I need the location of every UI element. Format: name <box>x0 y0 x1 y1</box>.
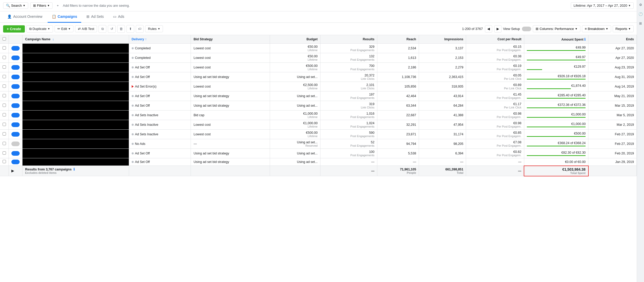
row-checkbox[interactable] <box>3 56 6 59</box>
row-checkbox[interactable] <box>3 123 6 126</box>
row-checkbox[interactable] <box>3 160 6 163</box>
pagination: 1-200 of 3767 ◀ ▶ <box>462 25 501 33</box>
delete-button[interactable]: 🗑 <box>117 25 125 33</box>
row-toggle-cell[interactable] <box>9 120 23 130</box>
footer-reach-value: 71,961,105 <box>380 168 416 171</box>
row-toggle-cell[interactable] <box>9 130 23 139</box>
row-checkbox[interactable] <box>3 65 6 69</box>
row-checkbox-cell[interactable] <box>0 101 9 111</box>
row-checkbox[interactable] <box>3 46 6 50</box>
pagination-text: 1-200 of 3767 <box>462 27 483 31</box>
header-results[interactable]: Results <box>320 35 377 44</box>
header-delivery[interactable]: Delivery ↑ <box>129 35 191 44</box>
row-checkbox[interactable] <box>3 75 6 78</box>
row-toggle-cell[interactable] <box>9 149 23 158</box>
header-impressions[interactable]: Impressions <box>419 35 466 44</box>
row-checkbox[interactable] <box>3 132 6 136</box>
row-checkbox-cell[interactable] <box>0 149 9 158</box>
header-cost-per-result[interactable]: Cost per Result <box>466 35 524 44</box>
header-amount-spent[interactable]: Amount Spent ℹ <box>524 35 588 44</box>
row-cost-per-result: €0.15 Per Post Engagem. <box>466 44 524 53</box>
copy-button[interactable]: ⧉ <box>99 25 106 33</box>
row-checkbox-cell[interactable] <box>0 44 9 53</box>
select-all-checkbox[interactable] <box>3 37 6 41</box>
tab-ad-sets[interactable]: ⊞ Ad Sets <box>82 11 108 23</box>
ab-test-button[interactable]: ⇄ A/B Test <box>75 25 97 32</box>
row-checkbox-cell[interactable] <box>0 72 9 82</box>
expand-icon[interactable]: ▶ <box>11 169 14 173</box>
row-checkbox-cell[interactable] <box>0 82 9 91</box>
row-checkbox[interactable] <box>3 84 6 88</box>
edit-button[interactable]: ✏ Edit ▼ <box>55 25 73 32</box>
next-icon: ▶ <box>497 27 499 31</box>
prev-page-button[interactable]: ◀ <box>485 25 492 33</box>
tab-account-overview[interactable]: 👤 Account Overview <box>3 11 47 23</box>
row-toggle-cell[interactable] <box>9 44 23 53</box>
row-checkbox-cell[interactable] <box>0 120 9 130</box>
row-delivery: Ad Set Off <box>129 91 191 101</box>
row-checkbox-cell[interactable] <box>0 91 9 101</box>
columns-button[interactable]: ⊞ Columns: Performance ▼ <box>533 25 580 32</box>
row-toggle-cell[interactable] <box>9 101 23 111</box>
row-checkbox-cell[interactable] <box>0 111 9 120</box>
account-icon: 👤 <box>7 14 12 19</box>
row-bid-strategy: Using ad set bid strategy <box>191 158 270 166</box>
row-budget: Using ad set... <box>270 72 320 82</box>
view-setup-toggle[interactable] <box>522 27 531 31</box>
row-ends: Apr 27, 2020 <box>588 53 637 63</box>
row-checkbox-cell[interactable] <box>0 63 9 72</box>
row-checkbox-cell[interactable] <box>0 53 9 63</box>
add-filter-button[interactable]: + <box>55 3 61 9</box>
search-button[interactable]: 🔍 Search ▼ <box>3 2 28 9</box>
delivery-status-text: Ad Set Off <box>135 94 150 98</box>
row-toggle-cell[interactable] <box>9 111 23 120</box>
date-range-selector[interactable]: Lifetime: Apr 7, 2017 – Apr 27, 2020 ▼ <box>571 2 634 9</box>
row-impressions: 2,279 <box>419 63 466 72</box>
header-checkbox[interactable] <box>0 35 9 44</box>
footer-bid-strategy <box>191 166 270 176</box>
row-checkbox[interactable] <box>3 113 6 116</box>
top-bar: 🔍 Search ▼ ⊞ Filters ▼ + Add filters to … <box>0 0 637 11</box>
header-campaign-name[interactable]: Campaign Name ↓ <box>23 35 129 44</box>
duplicate-button[interactable]: ⧉ Duplicate ▼ <box>26 25 53 33</box>
footer-total-spent: €1,503,984.38 Total Spent <box>524 166 588 176</box>
row-toggle-cell[interactable] <box>9 158 23 166</box>
tab-ads[interactable]: ▭ Ads <box>109 11 128 23</box>
row-checkbox-cell[interactable] <box>0 158 9 166</box>
row-checkbox[interactable] <box>3 151 6 155</box>
row-checkbox-cell[interactable] <box>0 130 9 139</box>
row-toggle-cell[interactable] <box>9 82 23 91</box>
sidebar-icon-3[interactable]: ⊞ <box>638 21 643 26</box>
delivery-sort-icon: ↑ <box>145 37 147 41</box>
sidebar-icon-2[interactable]: 🕐 <box>638 11 643 17</box>
row-delivery: Ad Set Off <box>129 158 191 166</box>
next-page-button[interactable]: ▶ <box>494 25 501 33</box>
refresh-button[interactable]: ↺ <box>108 25 116 33</box>
filters-button[interactable]: ⊞ Filters ▼ <box>30 2 53 9</box>
row-toggle-cell[interactable] <box>9 72 23 82</box>
row-toggle-cell[interactable] <box>9 53 23 63</box>
tag-button[interactable]: 🏷 <box>136 25 144 33</box>
row-checkbox[interactable] <box>3 142 6 145</box>
row-checkbox[interactable] <box>3 94 6 97</box>
header-bid-strategy[interactable]: Bid Strategy <box>191 35 270 44</box>
breakdown-button[interactable]: ≡ Breakdown ▼ <box>582 25 611 32</box>
header-reach[interactable]: Reach <box>377 35 419 44</box>
row-results: 52 Post Engagements <box>320 139 377 149</box>
delivery-status-text: No Ads <box>135 142 145 146</box>
sidebar-icon-1[interactable]: ⚙ <box>638 2 643 7</box>
row-toggle-cell[interactable] <box>9 91 23 101</box>
header-ends[interactable]: Ends <box>588 35 637 44</box>
reports-button[interactable]: Reports ▼ <box>613 25 634 32</box>
account-overview-label: Account Overview <box>13 14 42 19</box>
search-icon: 🔍 <box>6 4 10 7</box>
header-budget[interactable]: Budget <box>270 35 320 44</box>
export-button[interactable]: ⬆ <box>126 25 134 33</box>
row-checkbox-cell[interactable] <box>0 139 9 149</box>
row-toggle-cell[interactable] <box>9 63 23 72</box>
row-toggle-cell[interactable] <box>9 139 23 149</box>
rules-button[interactable]: Rules ▼ <box>145 25 163 32</box>
create-button[interactable]: + Create <box>3 25 25 33</box>
tab-campaigns[interactable]: 📋 Campaigns <box>48 11 81 23</box>
row-checkbox[interactable] <box>3 104 6 107</box>
